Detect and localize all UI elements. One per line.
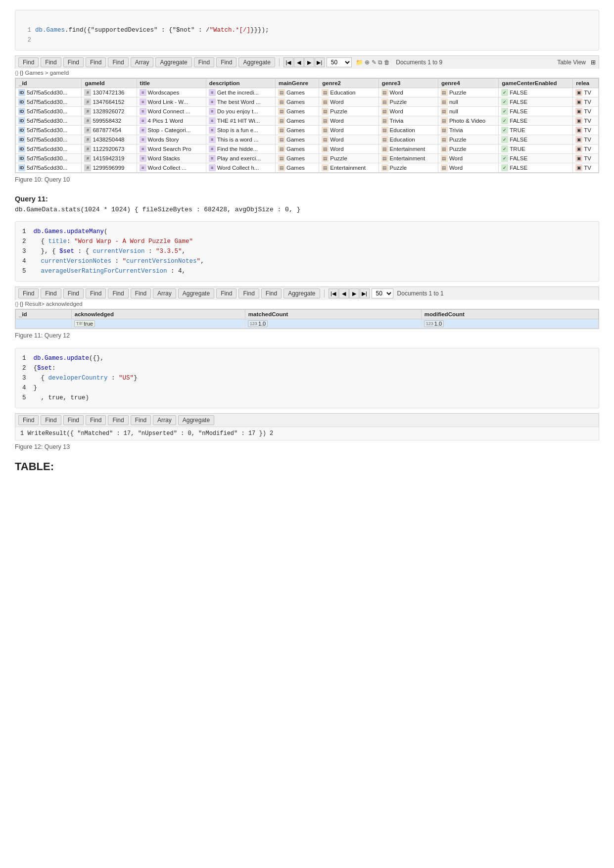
table-row: ID 5d7f5a5cdd30...# 1307472136≡ Wordscap… [16,88,599,97]
bc-result: {} {} Result> acknowledged [15,301,83,307]
result-row-1: T/F true 123 1.0 123 1.0 [16,319,599,329]
f11-find-btn-6[interactable]: Find [131,289,151,298]
cell-genre4: ▤ Puzzle [438,88,498,97]
f11-find-btn-8[interactable]: Find [238,289,259,298]
find-btn-5[interactable]: Find [108,57,128,67]
nav-first[interactable]: |◀ [283,57,293,67]
f11-find-btn-3[interactable]: Find [63,289,84,298]
query11-label: Query 11: [15,195,599,203]
cell-acknowledged: T/F true [71,319,245,329]
cell-title: ≡ 4 Pics 1 Word [137,116,206,126]
cell-matchedcount: 123 1.0 [245,319,421,329]
find-btn-4[interactable]: Find [86,57,106,67]
cell-description: ≡ This is a word ... [206,135,275,145]
cell-title: ≡ Words Story [137,135,206,145]
find-btn-1[interactable]: Find [18,57,39,67]
cell-title: ≡ Stop - Categori... [137,126,206,135]
cell-gameid: # 599558432 [82,116,137,126]
f11-page-size[interactable]: 50 [372,289,393,298]
num-icon2: 123 [426,321,433,326]
cell-maingenre: ▤ Games [276,154,319,163]
f12-find-btn-2[interactable]: Find [41,415,61,425]
nav-next[interactable]: ▶ [304,57,314,67]
table-header-row: _id gameId title description mainGenre g… [16,79,599,88]
figure11-caption: Figure 11: Query 12 [15,332,599,339]
nav-icon-add: ⊕ [365,59,370,66]
cell-gamecenterenabled: ✓ FALSE [499,116,573,126]
f11-find-btn-1[interactable]: Find [18,289,39,298]
f12-find-btn-5[interactable]: Find [108,415,128,425]
cell-_id: ID 5d7f5a5cdd30... [16,88,82,97]
f11-find-btn-4[interactable]: Find [86,289,106,298]
cell-gameid: # 1415942319 [82,154,137,163]
cell-description: ≡ THE #1 HIT Wi... [206,116,275,126]
figure12-caption: Figure 12: Query 13 [15,443,599,450]
array-btn[interactable]: Array [131,57,154,67]
page-size-select[interactable]: 50 25 100 [327,57,352,67]
cell-relea: ▣ TV [573,116,599,126]
col-genre3: genre3 [378,79,438,88]
cell-description: ≡ Stop is a fun e... [206,126,275,135]
find-btn-3[interactable]: Find [63,57,84,67]
f11-aggregate-btn2[interactable]: Aggregate [283,289,320,298]
f12-find-btn-3[interactable]: Find [63,415,84,425]
f11-nav-last[interactable]: ▶| [360,289,370,298]
find-btn-6[interactable]: Find [194,57,214,67]
col-acknowledged: acknowledged [71,310,245,319]
f12-find-btn-4[interactable]: Find [86,415,106,425]
table-row: ID 5d7f5a5cdd30...# 599558432≡ 4 Pics 1 … [16,116,599,126]
nav-icon-pencil: ✎ [372,59,377,66]
f11-find-btn-7[interactable]: Find [216,289,236,298]
f11-nav-next[interactable]: ▶ [349,289,359,298]
f12-aggregate-btn[interactable]: Aggregate [178,415,214,425]
aggregate-btn2[interactable]: Aggregate [238,57,275,67]
nav-prev[interactable]: ◀ [294,57,304,67]
cell-modifiedcount: 123 1.0 [421,319,598,329]
view-icon: ⊞ [591,59,596,66]
f11-nav-prev[interactable]: ◀ [339,289,349,298]
table11: _id acknowledged matchedCount modifiedCo… [15,309,599,329]
f11-aggregate-btn[interactable]: Aggregate [178,289,214,298]
cell-_id: ID 5d7f5a5cdd30... [16,154,82,163]
cell-gameid: # 1299596999 [82,163,137,173]
cell-_id: ID 5d7f5a5cdd30... [16,145,82,154]
col-title: title [137,79,206,88]
cell-relea: ▣ TV [573,88,599,97]
table-row: ID 5d7f5a5cdd30...# 1438250448≡ Words St… [16,135,599,145]
f12-find-btn-6[interactable]: Find [131,415,151,425]
f11-find-btn-2[interactable]: Find [41,289,61,298]
nav-last[interactable]: ▶| [315,57,325,67]
f11-find-btn-5[interactable]: Find [108,289,128,298]
col-id: _id [16,79,82,88]
cell-maingenre: ▤ Games [276,107,319,116]
find-btn-2[interactable]: Find [41,57,61,67]
f11-find-btn-9[interactable]: Find [261,289,282,298]
cell-relea: ▣ TV [573,107,599,116]
bool-icon: T/F [76,321,83,326]
f12-find-btn-1[interactable]: Find [18,415,39,425]
figure12-section: 1 db.Games.update({}, 2 {$set: 3 { devel… [15,348,599,440]
f12-array-btn[interactable]: Array [153,415,176,425]
query10-code: 1db.Games.find({"supportedDevices" : {"$… [15,10,599,50]
f11-nav-first[interactable]: |◀ [329,289,338,298]
cell-genre3: ▤ Education [378,135,438,145]
cell-title: ≡ Wordscapes [137,88,206,97]
cell-gamecenterenabled: ✓ TRUE [499,145,573,154]
cell-_id: ID 5d7f5a5cdd30... [16,163,82,173]
nav-icon-copy: ⧉ [378,59,382,66]
aggregate-btn[interactable]: Aggregate [155,57,191,67]
bc-games: {} {} Games > gameId [15,70,69,76]
cell-_id: ID 5d7f5a5cdd30... [16,126,82,135]
f11-array-btn[interactable]: Array [153,289,176,298]
cell-gamecenterenabled: ✓ FALSE [499,107,573,116]
cell-gamecenterenabled: ✓ FALSE [499,163,573,173]
cell-genre4: ▤ Puzzle [438,135,498,145]
cell-title: ≡ Word Stacks [137,154,206,163]
nav-icon-trash: 🗑 [384,59,390,66]
query13-code: 1 db.Games.update({}, 2 {$set: 3 { devel… [15,348,599,408]
cell-genre2: ▤ Word [319,126,378,135]
cell-genre4: ▤ null [438,107,498,116]
find-btn-7[interactable]: Find [216,57,236,67]
query12-code: 1 db.Games.updateMany( 2 { title: "Word … [15,221,599,282]
col-genre4: genre4 [438,79,498,88]
